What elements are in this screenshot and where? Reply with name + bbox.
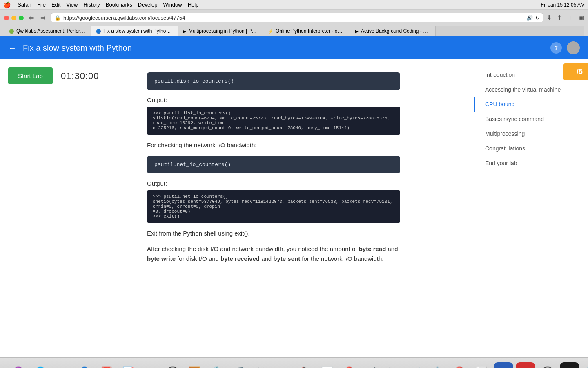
forward-nav-button[interactable]: ➡ [39,13,47,22]
start-lab-button[interactable]: Start Lab [8,67,53,84]
dock: 🔍 🟣 🌐 ✉️ 👤 📅 📝 🗺️ 💬 🖼️ 🎙️ 🎵 📺 📰 📚 📊 ❓ 📹 … [0,357,588,368]
tab-icon-4: ⚡ [268,29,273,34]
dock-news[interactable]: 📰 [273,362,293,368]
dock-maps[interactable]: 🗺️ [141,362,160,368]
traffic-lights [4,16,24,20]
summary-end: for the network I/O bandwidth. [300,255,383,262]
menu-help[interactable]: Help [188,2,199,8]
menu-view[interactable]: View [66,2,78,8]
timer-display: 01:30:00 [61,71,99,81]
download-icon[interactable]: ⬇ [547,14,552,22]
maximize-button[interactable] [19,16,24,20]
dock-music[interactable]: 🎵 [229,362,249,368]
back-nav-button[interactable]: ⬅ [27,13,36,22]
dock-question[interactable]: ❓ [339,362,359,368]
dock-calendar[interactable]: 📅 [97,362,116,368]
dock-podcasts[interactable]: 🎙️ [207,362,227,368]
tab-label-3: Multiprocessing in Python | Part 2 | pyt… [189,28,258,34]
dock-photos[interactable]: 🖼️ [185,362,205,368]
menubar-time: Fri Jan 15 12:05 AM [541,2,585,8]
dock-terminal[interactable]: >_ [560,362,579,368]
browser-tabs: 🟢 Qwiklabs Assessment: Performance Tuni.… [4,26,584,36]
address-text[interactable]: https://googlecoursera.qwiklabs.com/focu… [63,15,524,21]
network-label: For checking the network I/O bandwidth: [147,140,400,150]
dock-facetime[interactable]: 📹 [361,362,381,368]
tab-icon-1: 🟢 [9,29,14,34]
dock-launchpad[interactable]: 🟣 [9,362,28,368]
tab-multiprocessing[interactable]: ▶ Multiprocessing in Python | Part 2 | p… [178,26,263,36]
new-tab-icon[interactable]: ＋ [567,14,573,22]
dock-trash[interactable]: 🗑️ [582,362,588,368]
tab-qwiklabs-assessment[interactable]: 🟢 Qwiklabs Assessment: Performance Tuni.… [4,26,91,36]
app-header: ← Fix a slow system with Python ? [0,36,588,59]
menu-edit[interactable]: Edit [51,2,60,8]
sidebar-item-basics-rsync[interactable]: Basics rsync command [474,112,588,126]
summary-and-2: and [260,255,273,262]
output-block-1: >>> psutil.disk_io_counters() sdiskio(re… [147,107,400,135]
tab-online-python[interactable]: ⚡ Online Python Interpreter - online edi… [263,26,350,36]
sidebar-item-congratulations[interactable]: Congratulations! [474,141,588,156]
menu-history[interactable]: History [83,2,100,8]
dock-sysprefs[interactable]: ⚙️ [428,362,447,368]
sidebar-toggle-icon[interactable]: ▣ [578,14,584,22]
menu-develop[interactable]: Develop [138,2,158,8]
summary-bold-3: byte received [220,255,260,262]
menu-window[interactable]: Window [163,2,182,8]
menu-bookmarks[interactable]: Bookmarks [106,2,132,8]
summary-bold-1: byte read [359,245,386,252]
apple-menu[interactable]: 🍎 [3,1,11,9]
dock-books[interactable]: 📚 [295,362,315,368]
right-sidebar: Introduction Accessing the virtual machi… [474,59,588,357]
refresh-icon[interactable]: ↻ [535,15,540,21]
tab-fix-slow-system[interactable]: 🔵 Fix a slow system with Python | Qwikla… [91,26,178,36]
dock-finder[interactable]: 🔍 [0,362,6,368]
close-button[interactable] [4,16,9,20]
dock-safari[interactable]: 🌐 [31,362,50,368]
sidebar-item-accessing-vm[interactable]: Accessing the virtual machine [474,82,588,97]
output-block-2: >>> psutil.net_io_counters() snetio(byte… [147,190,400,223]
dock-whatsapp[interactable]: 💬 [538,362,557,368]
main-layout: Start Lab 01:30:00 psutil.disk_io_counte… [0,59,588,357]
summary-for-disk: for disk I/O and [176,255,220,262]
summary-bold-4: byte sent [273,255,300,262]
avatar[interactable] [567,41,580,54]
dock-pdf[interactable]: PDF [516,362,535,368]
help-button[interactable]: ? [550,42,562,54]
audio-icon[interactable]: 🔊 [526,15,533,21]
menu-file[interactable]: File [37,2,46,8]
output-label-1: Output: [147,96,400,103]
tab-icon-5: ▶ [355,29,359,34]
share-icon[interactable]: ⬆ [557,14,562,22]
dock-tv[interactable]: 📺 [251,362,271,368]
dock-numbers[interactable]: 📊 [317,362,337,368]
sidebar-item-end-lab[interactable]: End your lab [474,156,588,171]
dock-nono[interactable]: 🚫 [450,362,469,368]
sidebar-item-cpu-bound[interactable]: CPU bound [474,97,588,112]
content-inner: psutil.disk_io_counters() Output: >>> ps… [147,59,400,278]
address-bar[interactable]: 🔒 https://googlecoursera.qwiklabs.com/fo… [51,13,543,22]
page-title: Fix a slow system with Python [23,43,544,53]
dock-word[interactable]: W [494,362,513,368]
dock-mail[interactable]: ✉️ [53,362,72,368]
sidebar-item-multiprocessing[interactable]: Multiprocessing [474,126,588,141]
sidebar-nav: Introduction Accessing the virtual machi… [474,67,588,171]
content-area[interactable]: psutil.disk_io_counters() Output: >>> ps… [122,59,474,357]
dock-messages[interactable]: 💬 [163,362,183,368]
tab-active-bg[interactable]: ▶ Active Background Coding - UNIVERSE... [350,26,436,36]
menu-safari[interactable]: Safari [18,2,31,8]
tab-label-4: Online Python Interpreter - online edito… [276,28,345,34]
progress-badge: —/5 [564,63,588,80]
summary-paragraph: After checking the disk I/O and network … [147,244,400,264]
dock-notes[interactable]: 📝 [119,362,138,368]
minimize-button[interactable] [11,16,16,20]
tab-icon-2: 🔵 [96,29,101,34]
header-back-button[interactable]: ← [8,43,16,53]
dock-itunes[interactable]: 🎶 [383,362,403,368]
lock-icon: 🔒 [54,15,61,21]
dock-blank[interactable]: ⬜ [472,362,491,368]
dock-radio[interactable]: 📻 [405,362,425,368]
browser-chrome: ⬅ ➡ 🔒 https://googlecoursera.qwiklabs.co… [0,10,588,36]
dock-contacts[interactable]: 👤 [75,362,94,368]
menubar: 🍎 Safari File Edit View History Bookmark… [0,0,588,10]
left-panel: Start Lab 01:30:00 [0,59,122,357]
